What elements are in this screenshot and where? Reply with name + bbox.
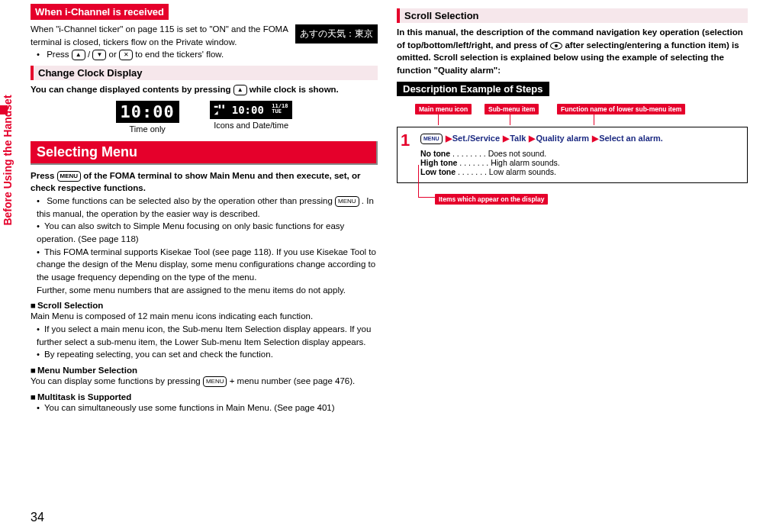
scroll-right-paragraph: In this manual, the description of the c…: [397, 26, 748, 77]
subheading-scroll-selection: Scroll Selection: [31, 301, 378, 310]
callout-line: [438, 114, 439, 125]
list-item: By repeating selecting, you can set and …: [37, 348, 378, 361]
up-key-icon: ▲: [233, 85, 247, 95]
list-item: This FOMA terminal supports Kisekae Tool…: [37, 246, 378, 297]
heading-description-example: Description Example of Steps: [397, 82, 549, 96]
heading-scroll-selection-right: Scroll Selection: [397, 8, 748, 23]
callout-display-items: Items which appear on the display: [435, 194, 548, 205]
step-option: High tone . . . . . . . High alarm sound…: [420, 158, 739, 167]
clock-icons-date: ▬▮▮◢ 10:00 11/18 TUE Icons and Date/time: [210, 101, 293, 134]
left-column: When i-Channel is received あすの天気：東京 When…: [31, 4, 378, 414]
page-number: 34: [31, 511, 44, 524]
callout-line: [594, 114, 594, 125]
callout-main-menu-icon: Main menu icon: [415, 104, 472, 114]
clock-time-only: 10:00 Time only: [116, 101, 179, 134]
subheading-multitask: Multitask is Supported: [31, 392, 378, 401]
cancel-key-icon: ✕: [119, 50, 133, 60]
change-clock-paragraph: You can change displayed contents by pre…: [31, 83, 378, 96]
side-tab: Before Using the Handset: [0, 76, 15, 244]
clock-label-1: Time only: [116, 124, 179, 134]
menu-number-p: You can display some functions by pressi…: [31, 375, 378, 388]
step-number: 1: [401, 131, 410, 150]
when-bullet: Press ▲ / ▼ or ✕ to end the tickers' flo…: [37, 48, 378, 61]
clock-label-2: Icons and Date/time: [210, 121, 293, 130]
selecting-menu-list: Some functions can be selected also by t…: [31, 195, 378, 296]
callout-line: [418, 165, 419, 197]
callout-line: [510, 114, 510, 125]
ticker-preview: あすの天気：東京: [295, 24, 378, 44]
list-item: If you select a main menu icon, the Sub-…: [37, 323, 378, 348]
clock-display-1: 10:00: [116, 101, 179, 123]
callout-sub-menu-item: Sub-menu item: [485, 104, 539, 114]
clock-examples: 10:00 Time only ▬▮▮◢ 10:00 11/18 TUE Ico…: [31, 101, 378, 134]
step-option: Low tone . . . . . . . Low alarm sounds.: [420, 167, 739, 176]
down-key-icon: ▼: [92, 50, 106, 60]
selecting-menu-lead: Press MENU of the FOMA terminal to show …: [31, 169, 378, 195]
menu-key-icon: MENU: [420, 134, 443, 144]
menu-key-icon: MENU: [57, 171, 82, 182]
callout-function-name: Function name of lower sub-menu item: [557, 104, 685, 114]
center-key-icon: [550, 42, 562, 50]
right-column: Scroll Selection In this manual, the des…: [397, 4, 748, 414]
arrow-icon: ▶: [446, 134, 452, 143]
heading-when-ichannel: When i-Channel is received: [31, 4, 169, 20]
list-item: You can also switch to Simple Menu focus…: [37, 220, 378, 245]
side-tab-label: Before Using the Handset: [2, 95, 14, 225]
subheading-menu-number: Menu Number Selection: [31, 366, 378, 375]
heading-selecting-menu: Selecting Menu: [31, 141, 378, 165]
step-options: No tone . . . . . . . . Does not sound. …: [420, 149, 739, 176]
up-key-icon: ▲: [72, 50, 85, 60]
step-option: No tone . . . . . . . . Does not sound.: [420, 149, 739, 158]
callout-row-top: Main menu icon Sub-menu item Function na…: [397, 104, 748, 124]
list-item: You can simultaneously use some function…: [37, 401, 378, 414]
clock-display-2: ▬▮▮◢ 10:00 11/18 TUE: [210, 101, 293, 119]
page-content: When i-Channel is received あすの天気：東京 When…: [31, 4, 755, 414]
step-path: MENU ▶Set./Service ▶Talk ▶Quality alarm …: [420, 134, 739, 144]
menu-key-icon: MENU: [203, 376, 227, 387]
arrow-icon: ▶: [503, 134, 509, 143]
callout-row-bottom: Items which appear on the display: [397, 189, 748, 206]
arrow-icon: ▶: [592, 134, 598, 143]
scroll-selection-p: Main Menu is composed of 12 main menu ic…: [31, 310, 378, 323]
section-when-ichannel: When i-Channel is received あすの天気：東京 When…: [31, 4, 378, 61]
step-example-box: 1 MENU ▶Set./Service ▶Talk ▶Quality alar…: [397, 127, 748, 183]
callout-line: [418, 197, 436, 198]
arrow-icon: ▶: [529, 134, 535, 143]
heading-change-clock: Change Clock Display: [31, 66, 378, 80]
list-item: Some functions can be selected also by t…: [37, 195, 378, 220]
menu-key-icon: MENU: [335, 196, 359, 207]
